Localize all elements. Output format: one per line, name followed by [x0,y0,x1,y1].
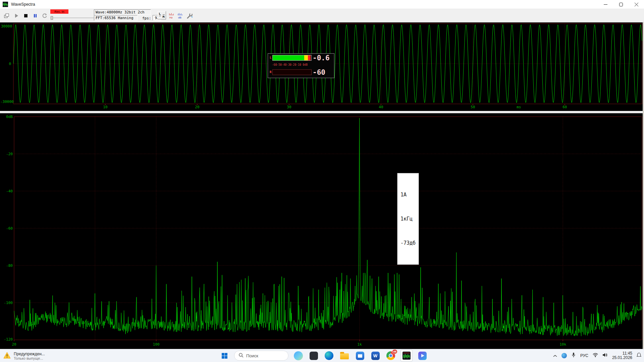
taskbar-search[interactable]: Поиск [234,351,288,361]
search-icon [238,353,244,359]
svg-text:-20: -20 [6,152,13,156]
svg-text:10k: 10k [559,342,566,347]
svg-text:50: 50 [471,105,475,109]
svg-text:dB: dB [178,16,181,19]
start-button[interactable] [219,350,230,361]
notification-bell-icon[interactable] [637,353,641,359]
db-axis-button[interactable]: dB [176,11,184,20]
level-meter: L -0.6 -60-50-40-30-20-10 0dB R -60 [268,53,334,78]
svg-text:Hz: Hz [169,16,173,19]
svg-text:0: 0 [9,62,11,66]
svg-text:100: 100 [153,342,160,347]
panel-divider [0,111,644,113]
close-button[interactable] [629,0,644,9]
oscilloscope-panel: 102030405060ms300000-30000 L -0.6 -60-50… [0,22,644,111]
notification-title: Предупрежден... [14,352,45,356]
volume-icon[interactable] [602,353,608,359]
taskbar: Предупрежден... Только выпуще... Поиск W… [0,349,644,362]
wifi-icon[interactable] [593,353,598,359]
svg-text:10: 10 [103,105,107,109]
fps-label: fps: [142,16,151,20]
toolbar: Rec. In Wave:48000Hz 32bit 2ch FFT:65536… [0,9,644,22]
language-indicator[interactable]: РУС [580,353,588,358]
notification-toast[interactable]: Предупрежден... Только выпуще... [3,350,45,361]
dark-app-icon[interactable] [308,350,319,361]
rec-level-slider[interactable] [50,18,95,18]
play-button[interactable] [12,11,21,20]
channel-lr-button[interactable]: L R [158,11,166,19]
word-app-icon[interactable]: W [370,350,381,361]
wave-format-text: Wave:48000Hz 32bit 2ch [96,10,145,14]
pause-button[interactable] [31,11,40,20]
svg-text:30000: 30000 [1,24,12,28]
window-controls [598,0,644,9]
store-app-icon[interactable] [354,350,366,361]
svg-text:ms: ms [517,105,521,109]
chrome-browser-icon[interactable]: 46 [385,350,396,361]
left-peak-value: -0.6 [313,54,334,62]
channel-l-label: L [159,12,161,16]
rec-in-badge: Rec. In [50,9,68,14]
right-peak-value: -60 [313,68,334,76]
svg-text:60: 60 [562,105,567,109]
search-placeholder: Поиск [246,353,258,358]
clock[interactable]: 11:45 25.01.2026 [612,351,632,360]
svg-text:40: 40 [379,105,383,109]
notification-count-badge: 46 [392,349,397,354]
annotation-line-3: -73дб [400,239,416,247]
media-app-icon[interactable] [417,350,428,361]
annotation-line-1: 1A [400,191,416,199]
file-explorer-icon[interactable] [339,350,350,361]
wave-format-readout: Wave:48000Hz 32bit 2ch [94,9,151,15]
notification-subtitle: Только выпуще... [14,356,45,360]
svg-text:-40: -40 [6,189,13,193]
svg-text:20: 20 [12,342,16,347]
svg-text:20: 20 [195,105,199,109]
minimize-button[interactable] [598,0,613,9]
fft-settings-readout: FFT:65536 Hanning [94,15,138,21]
right-level-bar [272,69,312,75]
fft-settings-text: FFT:65536 Hanning [96,16,133,20]
loop-button[interactable] [40,11,49,20]
taskbar-center-icons: Поиск W 46 [219,349,428,362]
svg-text:-80: -80 [6,263,13,268]
stop-button[interactable] [21,11,30,20]
meter-scale: -60-50-40-30-20-10 0dB [272,63,308,66]
svg-text:30: 30 [287,105,291,109]
copy-window-button[interactable] [2,11,11,20]
hz-axis-button[interactable]: Hz [167,11,176,20]
level-bar-green-segment [273,55,304,60]
level-bar-yellow-segment [304,55,308,60]
microphone-icon[interactable] [571,352,576,359]
right-channel-label: R [270,70,271,74]
settings-wrench-button[interactable] [185,11,194,20]
window-title: WaveSpectra [11,2,35,7]
spectrum-panel: 0dB-20-40-60-80-100-120201001k10k 1A 1кГ… [0,113,644,349]
wavespectra-taskbar-icon-active[interactable] [400,350,413,362]
maximize-button[interactable] [613,0,629,9]
wavespectra-app-icon [3,2,8,7]
spectrum-plot: 0dB-20-40-60-80-100-120201001k10k [0,113,644,349]
left-channel-label: L [270,56,271,59]
edge-browser-icon[interactable] [323,350,335,361]
svg-text:-30000: -30000 [0,100,14,104]
level-bar-red-segment [308,55,311,60]
measurement-annotation: 1A 1кГц -73дб [397,173,419,265]
svg-text:-60: -60 [6,226,13,231]
svg-text:0dB: 0dB [6,115,13,119]
svg-text:-120: -120 [4,337,13,342]
svg-text:-100: -100 [4,301,13,305]
tray-app-icon[interactable] [561,353,567,358]
system-tray: РУС 11:45 25.01.2026 [553,349,641,362]
warning-icon [3,352,11,360]
svg-text:1k: 1k [357,342,362,347]
left-level-bar [272,55,312,61]
widgets-weather-icon[interactable] [292,350,304,361]
clock-date: 25.01.2026 [612,356,632,360]
titlebar: WaveSpectra [0,0,644,9]
rec-level-slider-thumb[interactable] [51,16,53,20]
channel-r-label: R [163,14,165,18]
window-right-edge [643,22,644,349]
tray-chevron-icon[interactable] [553,353,557,359]
annotation-line-2: 1кГц [400,215,416,223]
